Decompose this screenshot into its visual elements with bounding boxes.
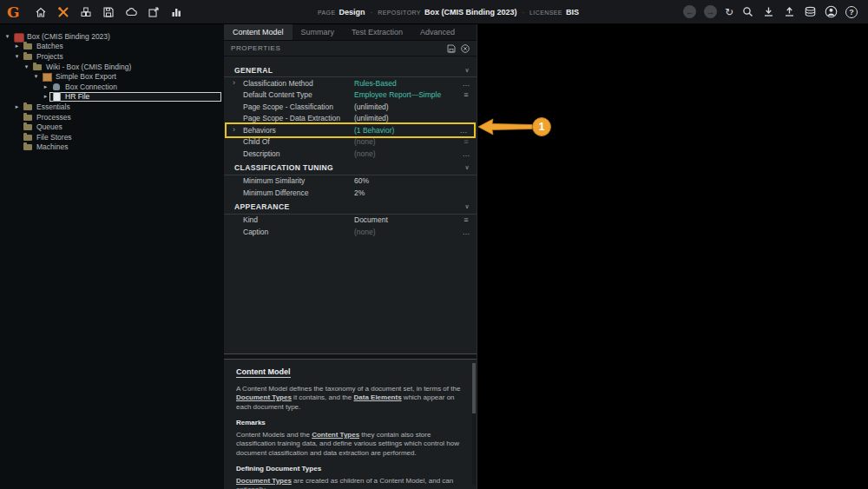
tree-item-queues[interactable]: Queues	[0, 122, 224, 132]
export-icon[interactable]	[148, 5, 161, 18]
data-elements-link[interactable]: Data Elements	[353, 393, 401, 401]
tree-item-simple-box-export[interactable]: ▾ Simple Box Export	[0, 71, 224, 82]
section-header-general[interactable]: GENERAL ∨	[224, 63, 477, 77]
property-row-classification-method[interactable]: › Classification Method Rules-Based …	[224, 77, 477, 89]
upload-icon[interactable]	[783, 5, 796, 18]
ellipsis-button[interactable]: …	[459, 228, 473, 236]
expand-arrow-icon[interactable]: ▸	[42, 93, 49, 100]
property-row-description[interactable]: Description (none) …	[224, 148, 477, 160]
property-row-behaviors[interactable]: › Behaviors (1 Behavior) …	[227, 124, 474, 136]
tools-icon[interactable]	[57, 5, 70, 18]
section-header-classification-tuning[interactable]: CLASSIFICATION TUNING ∨	[224, 162, 477, 175]
tab-test-extraction[interactable]: Test Extraction	[343, 24, 411, 40]
property-label: Page Scope - Data Extraction	[243, 114, 354, 122]
tree-item-machines[interactable]: Machines	[0, 142, 224, 153]
expand-arrow-icon[interactable]: ▸	[13, 103, 21, 110]
property-row-minimum-difference[interactable]: Minimum Difference 2%	[224, 187, 477, 199]
chart-icon[interactable]	[170, 5, 183, 18]
home-icon[interactable]	[35, 5, 48, 18]
dropdown-menu-button[interactable]: ≡	[459, 90, 473, 99]
scrollbar-thumb[interactable]	[472, 363, 476, 413]
property-value[interactable]: Document	[354, 215, 459, 224]
collapse-chevron-icon[interactable]: ∨	[464, 63, 470, 77]
property-row-child-of[interactable]: Child Of (none) ≡	[224, 136, 477, 149]
property-value[interactable]: (none)	[354, 137, 459, 146]
close-properties-icon[interactable]	[461, 44, 470, 53]
download-icon[interactable]	[762, 5, 775, 18]
tree-item-projects[interactable]: ▾ Projects	[0, 51, 224, 62]
collapse-chevron-icon[interactable]: ∨	[464, 200, 470, 214]
topbar: G PAGE Design	[0, 0, 868, 24]
tree-item-hr-file[interactable]: ▸ HR File	[0, 92, 224, 102]
property-row-kind[interactable]: Kind Document ≡	[224, 215, 477, 227]
property-label: Page Scope - Classification	[243, 102, 354, 111]
refresh-icon[interactable]: ↻	[725, 7, 733, 17]
document-types-link[interactable]: Document Types	[236, 393, 292, 401]
property-label: Behaviors	[243, 126, 354, 135]
expand-arrow-icon[interactable]: ▾	[13, 53, 21, 60]
property-row-caption[interactable]: Caption (none) …	[224, 226, 477, 238]
licensee-value[interactable]: BIS	[566, 8, 579, 17]
property-value[interactable]: 2%	[354, 188, 459, 197]
collapse-chevron-icon[interactable]: ∨	[464, 161, 470, 175]
expand-arrow-icon[interactable]: ▾	[3, 33, 11, 40]
tree-item-label: Projects	[36, 52, 63, 61]
tab-summary[interactable]: Summary	[293, 24, 344, 40]
expand-chevron-icon[interactable]: ›	[233, 77, 235, 89]
topbar-left-toolbar: G	[0, 3, 183, 21]
expand-arrow-icon[interactable]: ▸	[42, 83, 49, 90]
panel-filler	[224, 238, 477, 354]
tree-item-batches[interactable]: ▸ Batches	[0, 42, 224, 52]
property-value[interactable]: (unlimited)	[354, 114, 459, 122]
callout-arrow-icon	[478, 116, 534, 138]
save-icon[interactable]	[102, 5, 115, 18]
property-value[interactable]: (unlimited)	[354, 102, 459, 111]
ellipsis-button[interactable]: …	[459, 79, 473, 88]
tab-content-model[interactable]: Content Model	[224, 24, 293, 40]
batches-icon[interactable]	[80, 5, 93, 18]
property-row-default-content-type[interactable]: Default Content Type Employee Report—Sim…	[224, 89, 477, 102]
layers-icon[interactable]	[804, 5, 817, 18]
save-properties-icon[interactable]	[447, 44, 456, 53]
back-icon[interactable]: ←	[683, 5, 696, 18]
ellipsis-button[interactable]: …	[459, 149, 473, 158]
property-row-minimum-similarity[interactable]: Minimum Similarity 60%	[224, 175, 477, 188]
help-scrollbar[interactable]	[472, 363, 476, 485]
document-types-link[interactable]: Document Types	[236, 477, 292, 485]
property-value[interactable]: (none)	[354, 149, 459, 158]
forward-icon[interactable]: →	[704, 5, 717, 18]
ellipsis-button[interactable]: …	[457, 126, 470, 135]
page-value[interactable]: Design	[339, 8, 365, 17]
tree-item-box-connection[interactable]: ▸ Box Connection	[0, 82, 224, 92]
cloud-icon[interactable]	[125, 5, 138, 18]
dropdown-menu-button[interactable]: ≡	[459, 137, 473, 146]
dropdown-menu-button[interactable]: ≡	[459, 215, 473, 224]
property-row-page-scope-data-extraction[interactable]: Page Scope - Data Extraction (unlimited)	[224, 113, 477, 125]
help-icon[interactable]: ?	[845, 6, 858, 18]
panel-splitter[interactable]	[224, 354, 477, 360]
section-header-appearance[interactable]: APPEARANCE ∨	[224, 201, 477, 215]
property-value[interactable]: (1 Behavior)	[354, 126, 457, 135]
search-icon[interactable]	[741, 5, 754, 18]
tree-item-essentials[interactable]: ▸ Essentials	[0, 102, 224, 112]
tree-item-wiki-box[interactable]: ▾ Wiki - Box (CMIS Binding)	[0, 62, 224, 72]
content-types-link[interactable]: Content Types	[312, 431, 359, 439]
tree-item-repository-root[interactable]: ▾ Box (CMIS Binding 2023)	[0, 31, 224, 42]
expand-arrow-icon[interactable]: ▾	[32, 73, 40, 80]
separator-dot: ·	[371, 9, 373, 17]
repository-value[interactable]: Box (CMIS Binding 2023)	[424, 8, 517, 17]
repository-icon	[14, 32, 23, 41]
tree-item-file-stores[interactable]: File Stores	[0, 132, 224, 142]
property-label: Classification Method	[243, 79, 354, 88]
expand-arrow-icon[interactable]: ▸	[13, 43, 21, 50]
property-value[interactable]: 60%	[354, 176, 459, 185]
expand-chevron-icon[interactable]: ›	[233, 124, 235, 136]
property-row-page-scope-classification[interactable]: Page Scope - Classification (unlimited)	[224, 101, 477, 113]
tab-advanced[interactable]: Advanced	[411, 24, 464, 40]
property-value[interactable]: Employee Report—Simple	[354, 90, 459, 99]
property-value[interactable]: Rules-Based	[354, 79, 459, 88]
property-value[interactable]: (none)	[354, 228, 459, 236]
tree-item-processes[interactable]: Processes	[0, 112, 224, 122]
expand-arrow-icon[interactable]: ▾	[23, 63, 30, 70]
user-icon[interactable]	[825, 5, 838, 18]
